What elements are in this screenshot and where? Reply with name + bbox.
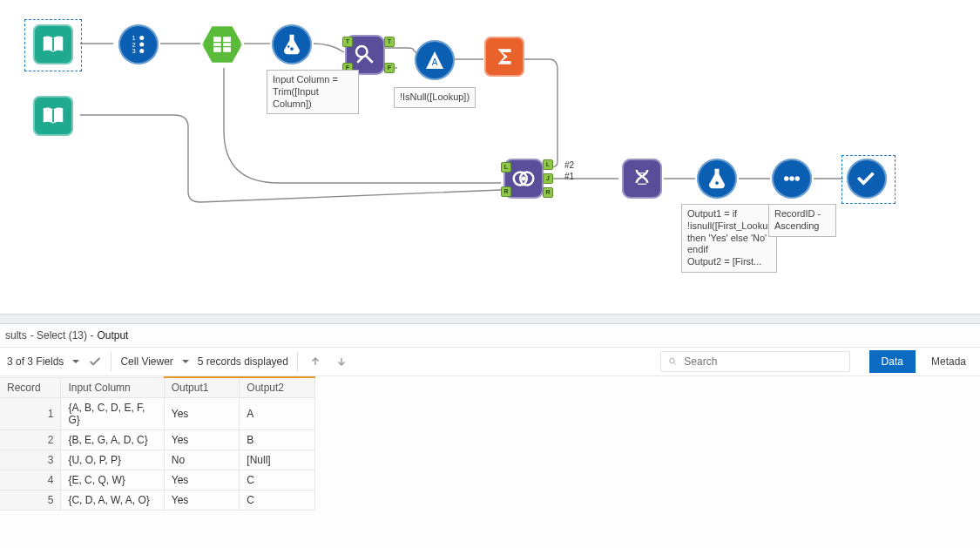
flask-icon [704, 166, 730, 192]
wire-label-2: #2 [564, 160, 574, 170]
workflow-canvas[interactable]: 1 2 3 T F T F A [0, 0, 980, 314]
toolbar-separator [111, 352, 112, 371]
search-input[interactable] [682, 355, 841, 369]
cell-record[interactable]: 1 [0, 398, 61, 430]
port-join-out-J: J [543, 173, 553, 184]
cell-viewer-label: Cell Viewer [120, 355, 172, 368]
cell-input[interactable]: {A, B, C, D, E, F, G} [61, 398, 164, 430]
tool-multi-field[interactable] [622, 159, 662, 199]
cell-record[interactable]: 4 [0, 470, 61, 490]
cell-output1[interactable]: Yes [164, 398, 240, 430]
triangle-A-icon: A [422, 47, 448, 73]
svg-point-26 [669, 358, 673, 362]
table-row[interactable]: 5{C, D, A, W, A, O}YesC [0, 490, 315, 511]
svg-point-24 [795, 176, 801, 181]
search-box[interactable] [660, 351, 850, 372]
col-record[interactable]: Record [0, 377, 61, 398]
tool-formula-1[interactable] [272, 24, 312, 64]
svg-point-23 [789, 176, 794, 181]
panel-separator[interactable] [0, 314, 980, 324]
svg-text:3: 3 [132, 47, 136, 55]
cell-output2[interactable]: C [240, 470, 315, 490]
table-header-row: Record Input Column Output1 Output2 [0, 377, 315, 398]
book-open-icon [40, 31, 66, 58]
records-displayed-label: 5 records displayed [198, 355, 288, 368]
annotation-formula-1: Input Column = Trim([Input Column]) [267, 70, 359, 114]
sigma-icon [491, 44, 517, 70]
cell-record[interactable]: 5 [0, 490, 61, 511]
cell-record[interactable]: 2 [0, 430, 61, 450]
port-join-L: L [501, 162, 511, 173]
toolbar-separator [297, 352, 298, 371]
svg-point-18 [522, 177, 526, 181]
annotation-sort: RecordID - Ascending [768, 204, 836, 237]
table-row[interactable]: 1{A, B, C, D, E, F, G}YesA [0, 398, 315, 430]
annotation-filter: !IsNull([Lookup]) [394, 87, 476, 108]
tool-sort[interactable] [772, 159, 812, 199]
tool-formula-2[interactable] [697, 159, 737, 199]
col-output2[interactable]: Output2 [240, 377, 315, 398]
results-table: Record Input Column Output1 Output2 1{A,… [0, 376, 315, 511]
cell-input[interactable]: {E, C, Q, W} [61, 470, 164, 490]
svg-rect-6 [213, 37, 221, 52]
svg-line-27 [673, 362, 675, 364]
svg-rect-7 [223, 37, 231, 52]
svg-point-5 [139, 49, 144, 53]
port-T-in: T [342, 37, 353, 47]
port-join-out-R: R [543, 187, 553, 198]
col-output1[interactable]: Output1 [164, 377, 240, 398]
join-icon [510, 166, 537, 192]
cell-viewer-dropdown[interactable]: Cell Viewer [120, 355, 188, 368]
table-row[interactable]: 3{U, O, P, P}No[Null] [0, 450, 315, 470]
tool-unknown-blue[interactable]: A [415, 40, 455, 80]
svg-point-21 [715, 181, 719, 185]
tool-summarize[interactable] [484, 37, 524, 77]
tool-select-output[interactable] [847, 159, 887, 199]
tool-input-data-2[interactable] [33, 96, 73, 136]
cell-output1[interactable]: Yes [164, 490, 240, 511]
tool-text-to-columns[interactable] [202, 24, 242, 64]
table-row[interactable]: 4{E, C, Q, W}YesC [0, 470, 315, 490]
prev-record-button[interactable] [307, 353, 324, 370]
fields-dropdown-label: 3 of 3 Fields [7, 355, 64, 368]
annotation-formula-2: Output1 = if !isnull([First_Lookup]) the… [681, 204, 777, 273]
table-row[interactable]: 2{B, E, G, A, D, C}YesB [0, 430, 315, 450]
results-title-prefix: sults [5, 329, 27, 342]
check-icon[interactable] [88, 355, 102, 369]
results-title-bar: sults - Select (13) - Output [0, 324, 980, 347]
records-displayed-text: 5 records displayed [198, 355, 288, 368]
cell-record[interactable]: 3 [0, 450, 61, 470]
cell-output2[interactable]: A [240, 398, 315, 430]
numbered-list-icon: 1 2 3 [125, 31, 152, 58]
cell-input[interactable]: {C, D, A, W, A, O} [61, 490, 164, 511]
port-join-out-L: L [543, 159, 553, 170]
svg-point-22 [784, 176, 789, 181]
tab-metadata[interactable]: Metada [924, 350, 973, 373]
next-record-button[interactable] [333, 353, 350, 370]
svg-point-3 [139, 36, 144, 40]
check-icon [854, 166, 880, 192]
filter-split-icon [352, 42, 378, 68]
svg-point-11 [287, 45, 290, 48]
cell-output2[interactable]: C [240, 490, 315, 511]
search-icon [668, 356, 678, 367]
tool-record-id[interactable]: 1 2 3 [118, 24, 159, 64]
dots-horizontal-icon [779, 166, 805, 192]
results-toolbar: 3 of 3 Fields Cell Viewer 5 records disp… [0, 347, 980, 376]
wire-label-1: #1 [564, 172, 574, 181]
cell-output1[interactable]: Yes [164, 470, 240, 490]
col-input[interactable]: Input Column [61, 377, 164, 398]
book-open-icon [40, 103, 66, 129]
cell-output1[interactable]: No [164, 450, 240, 470]
results-title-suffix: Output [97, 329, 128, 342]
port-F-out: F [384, 63, 395, 73]
cell-input[interactable]: {U, O, P, P} [61, 450, 164, 470]
cell-input[interactable]: {B, E, G, A, D, C} [61, 430, 164, 450]
tab-data[interactable]: Data [869, 350, 916, 373]
tool-input-data-1[interactable] [33, 24, 73, 64]
cell-output2[interactable]: B [240, 430, 315, 450]
cell-output2[interactable]: [Null] [240, 450, 315, 470]
fields-dropdown[interactable]: 3 of 3 Fields [7, 355, 79, 368]
port-T-out: T [384, 37, 395, 47]
cell-output1[interactable]: Yes [164, 430, 240, 450]
